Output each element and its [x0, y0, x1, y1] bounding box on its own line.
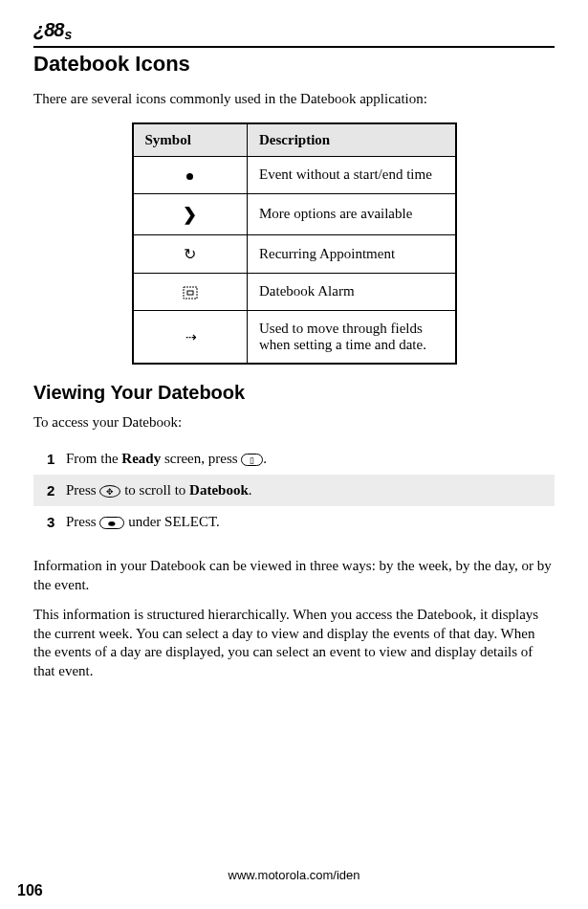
- symbol-cell: ↻: [133, 234, 248, 273]
- step-fragment: .: [249, 482, 252, 498]
- page-title: Datebook Icons: [33, 52, 555, 77]
- menu-key-icon: ▯: [241, 454, 263, 466]
- step-fragment: under SELECT.: [124, 514, 219, 529]
- steps-table: 1 From the Ready screen, press ▯. 2 Pres…: [33, 443, 555, 538]
- desc-cell: Used to move through fields when setting…: [248, 310, 456, 364]
- intro-text: There are several icons commonly used in…: [33, 90, 555, 109]
- step-row: 3 Press ⬬ under SELECT.: [33, 506, 555, 538]
- nav-key-icon: ✥: [99, 485, 120, 498]
- table-row: Datebook Alarm: [133, 273, 456, 310]
- info-paragraph-1: Information in your Datebook can be view…: [33, 557, 555, 594]
- step-row: 2 Press ✥ to scroll to Datebook.: [33, 475, 555, 506]
- step-fragment: screen, press: [161, 451, 241, 466]
- step-text: From the Ready screen, press ▯.: [66, 443, 555, 475]
- step-bold: Datebook: [189, 482, 249, 498]
- step-text: Press ⬬ under SELECT.: [66, 506, 555, 538]
- desc-cell: Datebook Alarm: [248, 273, 456, 310]
- step-fragment: Press: [66, 514, 99, 529]
- symbol-cell: ⇢: [133, 310, 248, 364]
- step-row: 1 From the Ready screen, press ▯.: [33, 443, 555, 475]
- section-heading: Viewing Your Datebook: [33, 382, 555, 404]
- desc-cell: Event without a start/end time: [248, 156, 456, 193]
- desc-cell: More options are available: [248, 193, 456, 234]
- select-key-icon: ⬬: [99, 517, 124, 529]
- header-symbol: Symbol: [133, 123, 248, 157]
- svg-rect-0: [184, 287, 197, 299]
- header-description: Description: [248, 123, 456, 157]
- dot-icon: [186, 173, 193, 180]
- step-number: 3: [33, 506, 66, 538]
- step-number: 1: [33, 443, 66, 475]
- top-rule: [33, 46, 555, 48]
- step-bold: Ready: [121, 451, 161, 466]
- table-row: ↻ Recurring Appointment: [133, 234, 456, 273]
- access-text: To access your Datebook:: [33, 413, 555, 432]
- symbol-table: Symbol Description Event without a start…: [132, 122, 457, 365]
- footer-url: www.motorola.com/iden: [0, 868, 588, 882]
- arrow-icon: ⇢: [185, 330, 195, 344]
- table-row: Event without a start/end time: [133, 156, 456, 193]
- symbol-cell: ❯: [133, 193, 248, 234]
- page-number: 106: [17, 882, 43, 899]
- alarm-icon: [183, 283, 198, 299]
- brand-text: ¿88: [33, 19, 63, 40]
- step-fragment: .: [263, 451, 267, 466]
- step-fragment: From the: [66, 451, 121, 466]
- brand-logo: ¿88s: [33, 19, 555, 44]
- step-fragment: to scroll to: [120, 482, 189, 498]
- brand-suffix: s: [64, 27, 71, 42]
- info-paragraph-2: This information is structured hierarchi…: [33, 606, 555, 680]
- chevron-icon: ❯: [183, 205, 197, 224]
- recurring-icon: ↻: [184, 246, 196, 262]
- symbol-cell: [133, 273, 248, 310]
- desc-cell: Recurring Appointment: [248, 234, 456, 273]
- symbol-cell: [133, 156, 248, 193]
- step-fragment: Press: [66, 482, 99, 498]
- table-row: ❯ More options are available: [133, 193, 456, 234]
- table-header-row: Symbol Description: [133, 123, 456, 157]
- svg-rect-1: [187, 291, 193, 295]
- table-row: ⇢ Used to move through fields when setti…: [133, 310, 456, 364]
- step-text: Press ✥ to scroll to Datebook.: [66, 475, 555, 506]
- step-number: 2: [33, 475, 66, 506]
